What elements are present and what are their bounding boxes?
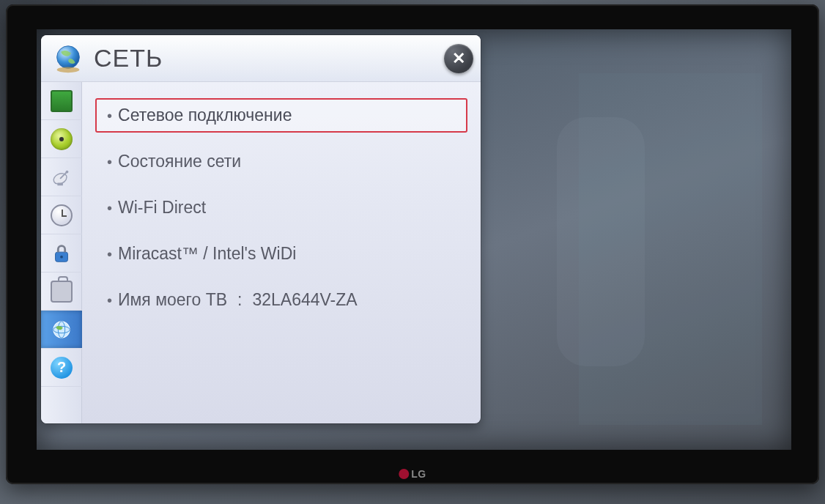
menu-item-network-status[interactable]: • Состояние сети <box>95 144 467 179</box>
tv-icon <box>51 90 73 112</box>
sidebar-item-channel[interactable] <box>41 158 82 196</box>
clock-icon <box>51 204 73 226</box>
menu-item-wifi-direct[interactable]: • Wi-Fi Direct <box>95 190 467 225</box>
menu-item-network-connection[interactable]: • Сетевое подключение <box>95 98 467 133</box>
lg-logo-text: LG <box>411 468 426 480</box>
sidebar-item-picture[interactable] <box>41 82 82 120</box>
bullet-icon: • <box>107 154 112 171</box>
close-button[interactable]: ✕ <box>444 44 473 73</box>
sidebar-item-audio[interactable] <box>41 120 82 158</box>
menu-content: • Сетевое подключение • Состояние сети •… <box>82 82 481 423</box>
svg-point-4 <box>66 170 69 173</box>
help-icon: ? <box>51 357 73 379</box>
menu-item-label: Wi-Fi Direct <box>118 198 206 218</box>
menu-item-label: Сетевое подключение <box>118 105 292 125</box>
bullet-icon: • <box>107 246 112 263</box>
sidebar-item-time[interactable] <box>41 196 82 234</box>
bullet-icon: • <box>107 200 112 217</box>
bullet-icon: • <box>107 108 112 125</box>
menu-item-tv-name[interactable]: • Имя моего ТВ : 32LA644V-ZA <box>95 283 467 317</box>
sidebar-item-lock[interactable] <box>41 234 82 273</box>
svg-point-8 <box>53 321 70 338</box>
menu-item-label: Имя моего ТВ <box>118 290 227 310</box>
reflection <box>557 117 645 366</box>
tv-name-value: 32LA644V-ZA <box>252 290 357 310</box>
menu-item-label: Состояние сети <box>118 152 241 171</box>
network-settings-panel: СЕТЬ ✕ <box>41 35 481 423</box>
panel-body: ? • Сетевое подключение • Состояние сети… <box>41 82 481 423</box>
sidebar-item-support[interactable]: ? <box>41 349 82 387</box>
lg-logo-icon <box>399 469 409 479</box>
globe-icon <box>51 319 73 341</box>
globe-icon <box>51 42 85 75</box>
briefcase-icon <box>51 281 73 303</box>
panel-title: СЕТЬ <box>94 44 163 73</box>
panel-header: СЕТЬ ✕ <box>41 35 481 82</box>
svg-rect-5 <box>57 182 63 185</box>
settings-sidebar: ? <box>41 82 82 423</box>
satellite-icon <box>51 166 73 188</box>
svg-point-0 <box>57 45 80 68</box>
sidebar-item-option[interactable] <box>41 273 82 311</box>
lock-icon <box>51 242 73 264</box>
tv-bezel: СЕТЬ ✕ <box>6 4 819 484</box>
close-icon: ✕ <box>452 49 465 68</box>
bullet-icon: • <box>107 292 112 309</box>
sidebar-item-network[interactable] <box>41 311 82 349</box>
tv-brand-logo: LG <box>399 468 426 480</box>
svg-point-7 <box>60 255 63 258</box>
separator: : <box>237 290 242 310</box>
svg-point-1 <box>57 67 80 73</box>
tv-screen: СЕТЬ ✕ <box>37 29 791 450</box>
menu-item-label: Miracast™ / Intel's WiDi <box>118 244 296 264</box>
menu-item-miracast[interactable]: • Miracast™ / Intel's WiDi <box>95 237 467 271</box>
disc-icon <box>51 128 73 150</box>
